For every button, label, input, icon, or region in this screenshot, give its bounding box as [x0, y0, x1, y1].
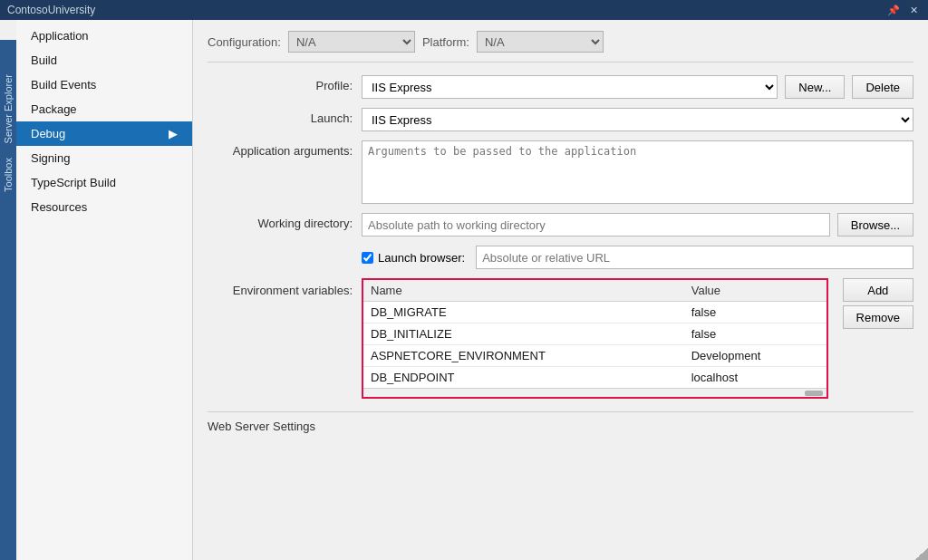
launch-browser-url-input[interactable] [476, 246, 914, 269]
config-bar: Configuration: N/A Platform: N/A [208, 31, 914, 63]
vertical-tab-strip: Server Explorer Toolbox [0, 40, 16, 560]
profile-row: Profile: IIS Express New... Delete [208, 75, 914, 99]
new-button[interactable]: New... [785, 75, 845, 99]
title-bar-title: ContosoUniversity [7, 4, 881, 16]
app-args-label: Application arguments: [208, 140, 362, 158]
env-value-cell: localhost [684, 367, 826, 389]
table-row[interactable]: DB_INITIALIZE false [363, 323, 826, 345]
env-table-scrollbar[interactable] [363, 388, 826, 397]
pin-button[interactable]: 📌 [886, 3, 901, 17]
env-name-cell: DB_ENDPOINT [363, 367, 684, 389]
launch-control-wrap: IIS Express [362, 108, 914, 131]
working-dir-input[interactable] [362, 213, 830, 237]
env-value-cell: false [684, 302, 826, 323]
env-name-cell: DB_INITIALIZE [363, 323, 684, 345]
platform-label: Platform: [422, 35, 469, 49]
sidebar-item-resources[interactable]: Resources [16, 195, 192, 219]
resize-handle[interactable] [915, 547, 928, 560]
table-row[interactable]: DB_MIGRATE false [363, 302, 826, 323]
content-area: Configuration: N/A Platform: N/A Profile… [193, 20, 928, 560]
env-vars-row: Environment variables: Name Value [208, 278, 914, 399]
remove-button[interactable]: Remove [843, 305, 914, 329]
vertical-tab-toolbox[interactable]: Toolbox [1, 150, 15, 199]
env-vars-label: Environment variables: [208, 278, 362, 297]
launch-browser-checkbox[interactable] [362, 252, 373, 264]
env-vars-table: Name Value DB_MIGRATE false DB [363, 280, 826, 388]
sidebar-item-application[interactable]: Application [16, 24, 192, 48]
launch-browser-label [208, 246, 362, 249]
title-bar: ContosoUniversity 📌 ✕ [0, 0, 928, 20]
platform-select[interactable]: N/A [477, 31, 604, 53]
table-row[interactable]: DB_ENDPOINT localhost [363, 367, 826, 389]
sidebar-item-typescript-build[interactable]: TypeScript Build [16, 170, 192, 195]
browse-button[interactable]: Browse... [837, 213, 914, 237]
close-button[interactable]: ✕ [906, 3, 921, 17]
sidebar-item-build[interactable]: Build [16, 48, 192, 72]
configuration-select[interactable]: N/A [288, 31, 415, 53]
delete-button[interactable]: Delete [852, 75, 914, 99]
launch-browser-control-wrap: Launch browser: [362, 246, 914, 269]
launch-browser-row: Launch browser: [208, 246, 914, 269]
sidebar-item-build-events[interactable]: Build Events [16, 72, 192, 97]
configuration-label: Configuration: [208, 35, 281, 49]
profile-select[interactable]: IIS Express [362, 75, 778, 99]
sidebar-item-package[interactable]: Package [16, 97, 192, 121]
launch-row: Launch: IIS Express [208, 108, 914, 131]
sidebar-item-signing[interactable]: Signing [16, 146, 192, 170]
env-table-container: Name Value DB_MIGRATE false DB [362, 278, 828, 399]
profile-control-wrap: IIS Express New... Delete [362, 75, 914, 99]
launch-select[interactable]: IIS Express [362, 108, 914, 131]
env-name-cell: ASPNETCORE_ENVIRONMENT [363, 345, 684, 367]
env-action-buttons: Add Remove [843, 278, 914, 329]
add-button[interactable]: Add [843, 278, 914, 302]
env-scrollbar-thumb [805, 391, 823, 396]
env-vars-control-wrap: Name Value DB_MIGRATE false DB [362, 278, 914, 399]
env-value-cell: Development [684, 345, 826, 367]
profile-label: Profile: [208, 75, 362, 92]
working-dir-label: Working directory: [208, 213, 362, 230]
table-row[interactable]: ASPNETCORE_ENVIRONMENT Development [363, 345, 826, 367]
env-table-header-value: Value [684, 280, 826, 302]
working-dir-row: Working directory: Browse... [208, 213, 914, 237]
app-args-control-wrap [362, 140, 914, 204]
web-server-settings-label: Web Server Settings [208, 411, 914, 433]
launch-browser-checkbox-label: Launch browser: [362, 251, 465, 265]
nav-sidebar: Application Build Build Events Package D… [16, 20, 193, 560]
launch-browser-text: Launch browser: [378, 251, 465, 265]
env-table-header-name: Name [363, 280, 684, 302]
env-value-cell: false [684, 323, 826, 345]
vertical-tab-server-explorer[interactable]: Server Explorer [1, 67, 15, 150]
main-container: Application Build Build Events Package D… [16, 20, 928, 560]
sidebar-item-debug[interactable]: Debug [16, 121, 192, 146]
env-name-cell: DB_MIGRATE [363, 302, 684, 323]
app-args-row: Application arguments: [208, 140, 914, 204]
launch-label: Launch: [208, 108, 362, 125]
app-args-input[interactable] [362, 140, 914, 204]
working-dir-control-wrap: Browse... [362, 213, 914, 237]
